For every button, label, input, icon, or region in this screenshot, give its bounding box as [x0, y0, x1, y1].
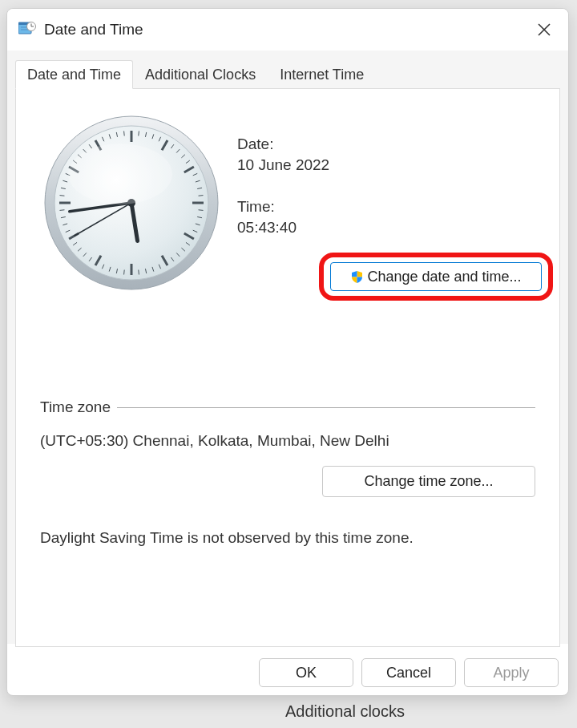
date-time-text: Date: 10 June 2022 Time: 05:43:40 — [237, 111, 329, 237]
svg-line-34 — [199, 196, 204, 196]
timezone-value: (UTC+05:30) Chennai, Kolkata, Mumbai, Ne… — [40, 432, 535, 450]
close-icon[interactable] — [531, 17, 557, 42]
date-label: Date: — [237, 135, 329, 153]
svg-line-58 — [59, 210, 64, 211]
svg-line-23 — [139, 131, 139, 135]
calendar-clock-icon — [18, 21, 36, 38]
change-date-time-label: Change date and time... — [367, 269, 521, 285]
svg-line-47 — [124, 270, 125, 275]
date-and-time-dialog: Date and Time Date and Time Additional C… — [6, 8, 569, 696]
dialog-button-row: OK Cancel Apply — [259, 658, 559, 687]
window-title: Date and Time — [44, 21, 531, 38]
svg-point-75 — [68, 144, 172, 204]
ok-button[interactable]: OK — [259, 658, 353, 687]
background-additional-clocks-link[interactable]: Additional clocks — [285, 702, 405, 721]
tab-panel-date-and-time: Date: 10 June 2022 Time: 05:43:40 — [15, 88, 560, 647]
svg-line-59 — [59, 196, 64, 196]
title-bar: Date and Time — [7, 9, 568, 51]
timezone-section-title: Time zone — [40, 398, 117, 416]
dst-note: Daylight Saving Time is not observed by … — [40, 529, 535, 547]
tab-internet-time[interactable]: Internet Time — [268, 60, 376, 89]
cancel-button[interactable]: Cancel — [361, 658, 456, 687]
apply-button[interactable]: Apply — [464, 658, 559, 687]
dialog-body: Date and Time Additional Clocks Internet… — [7, 51, 568, 644]
svg-line-35 — [199, 210, 204, 211]
timezone-section: Time zone (UTC+05:30) Chennai, Kolkata, … — [40, 398, 535, 547]
change-datetime-highlight: Change date and time... — [319, 253, 553, 301]
change-date-time-button[interactable]: Change date and time... — [330, 262, 542, 291]
time-value: 05:43:40 — [237, 219, 329, 237]
section-divider — [117, 407, 535, 408]
uac-shield-icon — [350, 270, 364, 284]
tab-additional-clocks[interactable]: Additional Clocks — [133, 60, 268, 89]
svg-line-46 — [139, 270, 139, 275]
date-value: 10 June 2022 — [237, 156, 329, 174]
tab-date-and-time[interactable]: Date and Time — [15, 60, 133, 89]
change-timezone-button[interactable]: Change time zone... — [322, 466, 535, 497]
time-label: Time: — [237, 198, 329, 216]
tab-row: Date and Time Additional Clocks Internet… — [15, 59, 560, 89]
svg-line-70 — [124, 131, 125, 135]
analog-clock-icon — [40, 111, 223, 294]
